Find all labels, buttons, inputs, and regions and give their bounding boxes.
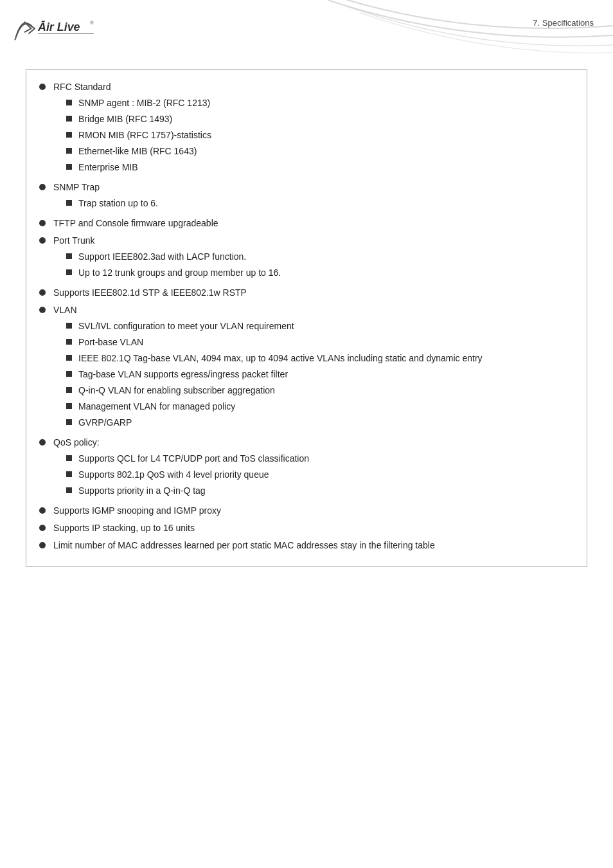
bullet-dot-icon: [39, 439, 46, 446]
sub-bullet-item-text: GVRP/GARP: [78, 416, 574, 429]
bullet-item: Supports IEEE802.1d STP & IEEE802.1w RST…: [39, 286, 574, 300]
sub-bullet-item: RMON MIB (RFC 1757)-statistics: [66, 129, 574, 142]
sub-bullet-square-icon: [66, 164, 72, 170]
sub-bullet-item: GVRP/GARP: [66, 416, 574, 429]
airlive-logo: Āir Live ®: [13, 12, 96, 50]
bullet-item-text: Supports IEEE802.1d STP & IEEE802.1w RST…: [53, 287, 247, 298]
bullet-item: Supports IP stacking, up to 16 units: [39, 521, 574, 535]
sub-bullet-item: SVL/IVL configuration to meet your VLAN …: [66, 320, 574, 333]
sub-bullet-item-text: Ethernet-like MIB (RFC 1643): [78, 145, 574, 158]
sub-bullet-item-text: Trap station up to 6.: [78, 197, 574, 210]
sub-bullet-item-text: Bridge MIB (RFC 1493): [78, 113, 574, 126]
sub-bullet-square-icon: [66, 323, 72, 329]
sub-bullet-item: Support IEEE802.3ad with LACP function.: [66, 250, 574, 264]
sub-bullet-square-icon: [66, 116, 72, 122]
main-content: RFC StandardSNMP agent : MIB-2 (RFC 1213…: [0, 50, 613, 599]
sub-bullet-item: IEEE 802.1Q Tag-base VLAN, 4094 max, up …: [66, 352, 574, 365]
header-right: 7. Specifications: [533, 12, 594, 28]
bullet-item: SNMP TrapTrap station up to 6.: [39, 181, 574, 213]
sub-bullet-item: Tag-base VLAN supports egress/ingress pa…: [66, 368, 574, 381]
sub-bullet-square-icon: [66, 100, 72, 105]
sub-bullet-square-icon: [66, 403, 72, 409]
bullet-item-text: QoS policy:: [53, 437, 100, 448]
sub-bullet-item-text: Enterprise MIB: [78, 161, 574, 174]
sub-bullet-square-icon: [66, 132, 72, 138]
sub-bullet-list: Supports QCL for L4 TCP/UDP port and ToS…: [66, 452, 574, 498]
bullet-item-text: Supports IP stacking, up to 16 units: [53, 523, 195, 533]
sub-bullet-item-text: SVL/IVL configuration to meet your VLAN …: [78, 320, 574, 333]
bullet-item-text: VLAN: [53, 305, 77, 315]
sub-bullet-list: SNMP agent : MIB-2 (RFC 1213)Bridge MIB …: [66, 96, 574, 174]
bullet-item: Supports IGMP snooping and IGMP proxy: [39, 504, 574, 518]
bullet-dot-icon: [39, 237, 46, 244]
sub-bullet-item: Management VLAN for managed policy: [66, 400, 574, 413]
bullet-dot-icon: [39, 507, 46, 514]
content-box: RFC StandardSNMP agent : MIB-2 (RFC 1213…: [26, 69, 587, 567]
sub-bullet-item: Ethernet-like MIB (RFC 1643): [66, 145, 574, 158]
sub-bullet-square-icon: [66, 471, 72, 477]
sub-bullet-square-icon: [66, 200, 72, 206]
bullet-dot-icon: [39, 220, 46, 226]
sub-bullet-square-icon: [66, 387, 72, 393]
sub-bullet-list: Support IEEE802.3ad with LACP function.U…: [66, 250, 574, 280]
sub-bullet-square-icon: [66, 371, 72, 377]
sub-bullet-item: Enterprise MIB: [66, 161, 574, 174]
sub-bullet-list: Trap station up to 6.: [66, 197, 574, 210]
bullet-item: QoS policy:Supports QCL for L4 TCP/UDP p…: [39, 436, 574, 500]
bullet-item-text: Supports IGMP snooping and IGMP proxy: [53, 505, 221, 516]
logo-area: Āir Live ®: [13, 12, 96, 50]
sub-bullet-item: Supports 802.1p QoS with 4 level priorit…: [66, 468, 574, 482]
sub-bullet-square-icon: [66, 339, 72, 345]
bullet-item-text: Port Trunk: [53, 235, 95, 246]
sub-bullet-item-text: Supports QCL for L4 TCP/UDP port and ToS…: [78, 452, 574, 466]
bullet-item: TFTP and Console firmware upgradeable: [39, 217, 574, 230]
sub-bullet-item: Trap station up to 6.: [66, 197, 574, 210]
sub-bullet-item-text: Supports priority in a Q-in-Q tag: [78, 484, 574, 498]
sub-bullet-item-text: IEEE 802.1Q Tag-base VLAN, 4094 max, up …: [78, 352, 574, 365]
bullet-item-text: SNMP Trap: [53, 182, 100, 192]
sub-bullet-item-text: Tag-base VLAN supports egress/ingress pa…: [78, 368, 574, 381]
sub-bullet-item: Up to 12 trunk groups and group member u…: [66, 266, 574, 280]
sub-bullet-item-text: Support IEEE802.3ad with LACP function.: [78, 250, 574, 264]
sub-bullet-square-icon: [66, 148, 72, 154]
sub-bullet-item-text: Q-in-Q VLAN for enabling subscriber aggr…: [78, 384, 574, 397]
sub-bullet-list: SVL/IVL configuration to meet your VLAN …: [66, 320, 574, 429]
sub-bullet-item: Bridge MIB (RFC 1493): [66, 113, 574, 126]
sub-bullet-square-icon: [66, 253, 72, 259]
sub-bullet-square-icon: [66, 269, 72, 275]
feature-list: RFC StandardSNMP agent : MIB-2 (RFC 1213…: [39, 80, 574, 552]
bullet-item: Limit number of MAC addresses learned pe…: [39, 539, 574, 552]
page-reference: 7. Specifications: [533, 18, 594, 28]
sub-bullet-item: Q-in-Q VLAN for enabling subscriber aggr…: [66, 384, 574, 397]
bullet-dot-icon: [39, 184, 46, 190]
sub-bullet-item: Port-base VLAN: [66, 336, 574, 349]
bullet-dot-icon: [39, 84, 46, 90]
sub-bullet-square-icon: [66, 455, 72, 461]
bullet-dot-icon: [39, 289, 46, 296]
sub-bullet-item-text: Supports 802.1p QoS with 4 level priorit…: [78, 468, 574, 482]
sub-bullet-item-text: Up to 12 trunk groups and group member u…: [78, 266, 574, 280]
sub-bullet-item: Supports priority in a Q-in-Q tag: [66, 484, 574, 498]
bullet-item: Port TrunkSupport IEEE802.3ad with LACP …: [39, 234, 574, 282]
header: Āir Live ® 7. Specifications: [0, 0, 613, 50]
sub-bullet-square-icon: [66, 487, 72, 493]
svg-text:Āir Live: Āir Live: [37, 21, 80, 33]
sub-bullet-item-text: RMON MIB (RFC 1757)-statistics: [78, 129, 574, 142]
sub-bullet-item: Supports QCL for L4 TCP/UDP port and ToS…: [66, 452, 574, 466]
sub-bullet-square-icon: [66, 355, 72, 361]
bullet-dot-icon: [39, 542, 46, 548]
sub-bullet-item-text: Port-base VLAN: [78, 336, 574, 349]
bullet-item: RFC StandardSNMP agent : MIB-2 (RFC 1213…: [39, 80, 574, 177]
bullet-dot-icon: [39, 307, 46, 313]
sub-bullet-item-text: SNMP agent : MIB-2 (RFC 1213): [78, 96, 574, 110]
bullet-dot-icon: [39, 525, 46, 531]
bullet-item-text: Limit number of MAC addresses learned pe…: [53, 540, 435, 550]
sub-bullet-square-icon: [66, 419, 72, 425]
sub-bullet-item-text: Management VLAN for managed policy: [78, 400, 574, 413]
svg-text:®: ®: [90, 20, 94, 26]
sub-bullet-item: SNMP agent : MIB-2 (RFC 1213): [66, 96, 574, 110]
bullet-item: VLANSVL/IVL configuration to meet your V…: [39, 303, 574, 432]
bullet-item-text: TFTP and Console firmware upgradeable: [53, 218, 218, 228]
bullet-item-text: RFC Standard: [53, 82, 111, 92]
